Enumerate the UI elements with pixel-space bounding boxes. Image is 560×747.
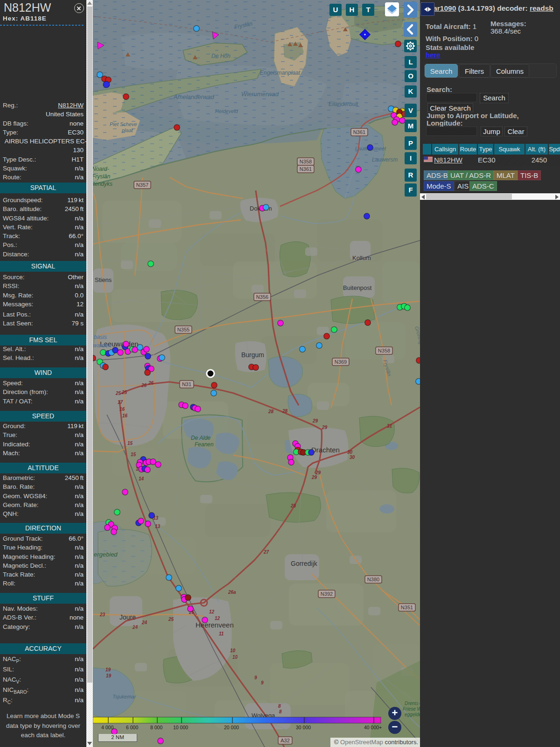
svg-text:N356: N356 — [256, 294, 268, 300]
svg-text:Wierumerwad: Wierumerwad — [241, 91, 279, 98]
svg-text:28: 28 — [282, 409, 288, 414]
svg-text:De Alde: De Alde — [191, 435, 211, 441]
svg-text:26: 26 — [148, 381, 154, 386]
svg-text:Kollum: Kollum — [352, 254, 371, 261]
svg-text:Lauwersm: Lauwersm — [372, 156, 398, 163]
svg-text:29: 29 — [312, 418, 318, 423]
svg-text:N358: N358 — [378, 348, 390, 353]
svg-text:13: 13 — [155, 524, 161, 529]
svg-text:31: 31 — [387, 423, 392, 429]
svg-text:N355: N355 — [177, 327, 189, 332]
svg-text:itendyks: itendyks — [93, 181, 112, 187]
svg-text:28: 28 — [290, 503, 296, 508]
svg-text:A32: A32 — [280, 738, 290, 743]
svg-text:N369: N369 — [335, 359, 347, 365]
svg-text:15: 15 — [131, 452, 136, 457]
svg-text:24: 24 — [141, 620, 147, 625]
svg-text:Gorredijk: Gorredijk — [291, 560, 318, 567]
svg-text:Fryslân: Fryslân — [93, 173, 111, 180]
svg-text:28: 28 — [268, 409, 274, 414]
svg-text:Noard-: Noard- — [93, 166, 109, 172]
svg-text:Heideveld: Heideveld — [215, 108, 238, 114]
svg-text:8: 8 — [279, 709, 282, 714]
svg-text:warden: warden — [93, 342, 112, 349]
svg-text:Buitenpost: Buitenpost — [343, 284, 372, 291]
svg-text:N358: N358 — [300, 159, 312, 164]
svg-text:29: 29 — [322, 425, 328, 430]
svg-text:Piet Scheve: Piet Scheve — [110, 121, 137, 127]
svg-text:N361: N361 — [300, 166, 312, 172]
svg-text:30: 30 — [350, 455, 355, 460]
svg-text:eggelde: eggelde — [405, 712, 420, 717]
svg-text:14: 14 — [139, 476, 144, 481]
svg-text:19: 19 — [105, 667, 111, 672]
svg-text:17: 17 — [118, 400, 123, 405]
svg-text:N392: N392 — [321, 591, 333, 597]
svg-text:Stiens: Stiens — [95, 276, 112, 283]
svg-text:Engelsmanplaat: Engelsmanplaat — [260, 70, 301, 76]
svg-text:8: 8 — [278, 704, 281, 709]
svg-text:16: 16 — [122, 413, 128, 418]
svg-text:Amelanderwad: Amelanderwad — [173, 93, 214, 100]
svg-text:25: 25 — [121, 390, 127, 395]
svg-text:26a: 26a — [228, 590, 236, 595]
svg-text:12: 12 — [215, 616, 220, 621]
svg-text:N380: N380 — [367, 577, 379, 582]
svg-text:25: 25 — [168, 617, 174, 622]
svg-text:N361: N361 — [353, 129, 365, 135]
svg-text:15: 15 — [127, 441, 133, 446]
svg-text:N357: N357 — [136, 182, 148, 188]
svg-text:De Hôn: De Hôn — [211, 53, 231, 59]
svg-text:9: 9 — [261, 680, 264, 685]
svg-text:29: 29 — [311, 475, 317, 480]
svg-text:Joure: Joure — [119, 613, 136, 621]
svg-text:N31: N31 — [182, 381, 191, 387]
svg-text:Burgum: Burgum — [241, 351, 264, 359]
svg-text:11: 11 — [219, 631, 224, 636]
svg-text:plaat: plaat — [121, 127, 133, 133]
svg-text:23: 23 — [99, 612, 105, 617]
svg-text:12: 12 — [209, 609, 215, 614]
svg-text:19: 19 — [106, 673, 112, 678]
svg-text:Feanen: Feanen — [195, 441, 214, 448]
svg-text:Friese Wo: Friese Wo — [403, 706, 420, 712]
svg-text:N351: N351 — [401, 605, 413, 610]
svg-text:Drachten: Drachten — [311, 446, 340, 454]
svg-text:Eilanderbult: Eilanderbult — [329, 101, 358, 107]
svg-text:Heerenveen: Heerenveen — [196, 621, 234, 629]
svg-text:ergebied: ergebied — [94, 551, 118, 558]
svg-text:9: 9 — [254, 675, 257, 680]
svg-text:26: 26 — [141, 383, 147, 388]
svg-text:27: 27 — [263, 550, 269, 555]
svg-text:Tsjukemar: Tsjukemar — [112, 694, 137, 699]
svg-text:30: 30 — [347, 450, 353, 455]
svg-text:10: 10 — [230, 648, 236, 653]
svg-text:basis: basis — [94, 334, 107, 340]
svg-text:25: 25 — [115, 391, 121, 396]
svg-text:16: 16 — [119, 407, 125, 412]
